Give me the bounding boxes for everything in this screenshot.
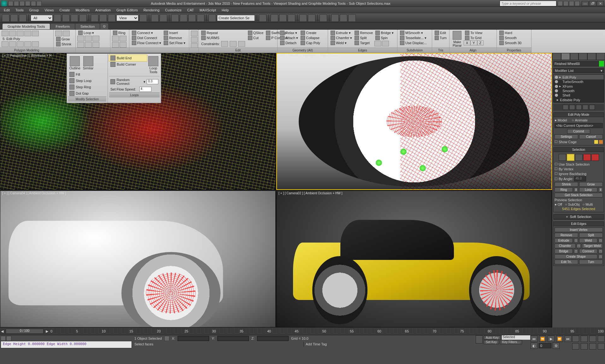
tab-graphite-modeling[interactable]: Graphite Modeling Tools — [3, 24, 50, 29]
stack-xform[interactable]: ▸ XForm — [554, 84, 604, 89]
loop-sel-button[interactable]: Loop — [579, 187, 597, 192]
sel-border-icon[interactable] — [575, 154, 583, 161]
edit-tris-button[interactable]: Edit — [433, 30, 448, 35]
edge-opt-2-icon[interactable] — [382, 41, 389, 46]
pivot-icon[interactable] — [139, 14, 147, 22]
loop-opt-4-icon[interactable] — [77, 42, 84, 48]
coord-x-input[interactable] — [178, 336, 209, 341]
align-x-button[interactable]: X — [464, 40, 470, 45]
cancel-button[interactable]: Cancel — [579, 134, 603, 139]
subobj-poly-icon[interactable] — [24, 31, 31, 36]
time-config-icon[interactable]: ⚙ — [553, 343, 560, 349]
menu-animation[interactable]: Animation — [95, 8, 111, 12]
grow-shrink-a-icon[interactable] — [55, 31, 62, 36]
remove-mod-icon[interactable] — [583, 105, 588, 110]
poly-tool-1-icon[interactable] — [2, 41, 9, 47]
grow-sel-button[interactable]: Grow — [579, 182, 603, 187]
relax-button[interactable]: Relax ▾ — [279, 30, 299, 35]
stack-smooth[interactable]: Smooth — [554, 89, 604, 93]
object-name-input[interactable] — [553, 61, 599, 67]
settings-button[interactable]: Settings — [555, 134, 578, 139]
flow-speed-spinner[interactable]: 4 — [139, 87, 151, 92]
bridge-button[interactable]: Bridge ▾ — [374, 30, 395, 35]
track-bar[interactable]: 0510152025303540455055606570758085909510… — [49, 328, 605, 334]
coord-z-input[interactable] — [257, 336, 289, 341]
panel-title-subdivision[interactable]: Subdivision — [397, 48, 432, 53]
show-cage-check[interactable] — [555, 140, 558, 144]
stack-shell[interactable]: Shell — [554, 93, 604, 97]
stack-editable-poly[interactable]: ▸ Editable Poly — [554, 97, 604, 102]
connect-button[interactable]: Connect ▾ — [131, 30, 162, 35]
make-unique-icon[interactable] — [576, 105, 582, 110]
extrude-button[interactable]: Extrude ▾ — [329, 30, 353, 35]
qat-more-icon[interactable] — [37, 1, 42, 6]
radio-model[interactable] — [555, 118, 557, 122]
eye-icon[interactable] — [555, 76, 558, 79]
panel-title-geometry[interactable]: Geometry (All) — [278, 48, 328, 53]
selection-filter-combo[interactable]: All — [31, 15, 53, 21]
pin-stack-icon[interactable] — [563, 105, 568, 110]
menu-edit[interactable]: Edit — [4, 8, 10, 12]
orbit-icon[interactable] — [589, 343, 596, 349]
percent-snap-icon[interactable] — [188, 14, 196, 22]
insert-vertex-button[interactable]: Insert Vertex — [555, 227, 603, 232]
constraint-3-icon[interactable] — [238, 41, 245, 47]
align-y-button[interactable]: Y — [470, 40, 477, 45]
tab-freeform[interactable]: Freeform — [50, 24, 75, 29]
ring-button[interactable]: Ring — [112, 30, 128, 35]
cp-tab-motion-icon[interactable] — [579, 53, 587, 60]
max-toggle-icon[interactable] — [598, 343, 605, 349]
material-editor-icon[interactable] — [320, 14, 327, 22]
extrude-edge-button[interactable]: Extrude — [555, 238, 573, 243]
select-region-icon[interactable] — [71, 14, 78, 22]
script-tool-2-icon[interactable] — [6, 336, 11, 341]
setkey-button[interactable]: Set Key — [484, 340, 499, 344]
target-button[interactable]: Target — [353, 40, 374, 45]
connect-edge-button[interactable]: Connect — [579, 249, 597, 254]
menu-create[interactable]: Create — [59, 8, 70, 12]
cage-color-1[interactable] — [594, 140, 598, 144]
tab-expand-icon[interactable]: ⊙ — [100, 23, 108, 29]
radio-animate[interactable] — [572, 118, 574, 122]
collapse-button[interactable]: Collapse — [299, 35, 321, 40]
viewport-label-camera02[interactable]: [ + ] [ Camera02 ] [ Ambient Occlusion +… — [279, 191, 342, 195]
pan-icon[interactable] — [581, 343, 588, 349]
menu-group[interactable]: Group — [29, 8, 39, 12]
remove-button[interactable]: Remove — [162, 35, 187, 40]
cp-tab-hierarchy-icon[interactable] — [570, 53, 579, 60]
grow-shrink-b-icon[interactable] — [63, 31, 70, 36]
rollout-header-edges[interactable]: Edit Edges — [554, 222, 604, 226]
fov-icon[interactable] — [572, 343, 579, 349]
infocenter-comm-icon[interactable] — [563, 1, 568, 6]
render-frame-icon[interactable] — [340, 14, 347, 22]
loop-opt-5-icon[interactable] — [85, 42, 92, 48]
autokey-button[interactable]: Auto Key — [484, 336, 501, 340]
render-setup-icon[interactable] — [331, 14, 339, 22]
subobj-border-icon[interactable] — [17, 31, 24, 36]
loop-opt-1-icon[interactable] — [77, 36, 84, 41]
eye-icon[interactable] — [555, 94, 558, 97]
panel-title-edit[interactable]: Edit — [199, 48, 277, 53]
by-vertex-check[interactable] — [555, 167, 558, 171]
manip-icon[interactable] — [151, 14, 159, 22]
close-button[interactable]: ✕ — [597, 1, 604, 6]
ring-opt-1-icon[interactable] — [112, 36, 119, 41]
poly-tool-3-icon[interactable] — [17, 41, 24, 47]
get-stack-button[interactable]: Get Stack Selection — [555, 193, 603, 197]
create-shape-opts[interactable]: □ — [598, 254, 603, 259]
shrink-button[interactable]: Shrink — [55, 42, 74, 47]
window-crossing-icon[interactable] — [79, 14, 87, 22]
loop-button[interactable]: Loop ▾ — [77, 30, 109, 35]
sel-edge-icon[interactable] — [567, 154, 574, 161]
panel-title-properties[interactable]: Properties — [497, 48, 531, 53]
rotate-icon[interactable] — [99, 14, 107, 22]
stack-turbosmooth[interactable]: TurboSmooth — [554, 79, 604, 84]
detach-button[interactable]: Detach — [279, 40, 299, 45]
flyout-build-end[interactable]: Build End — [109, 55, 147, 61]
repeat-button[interactable]: Repeat — [200, 30, 247, 35]
chamfer-opts[interactable]: □ — [577, 244, 581, 248]
configure-sets-icon[interactable] — [589, 105, 595, 110]
move-icon[interactable] — [91, 14, 98, 22]
commit-button[interactable]: Commit — [567, 129, 590, 134]
menu-graph-editors[interactable]: Graph Editors — [116, 8, 138, 12]
